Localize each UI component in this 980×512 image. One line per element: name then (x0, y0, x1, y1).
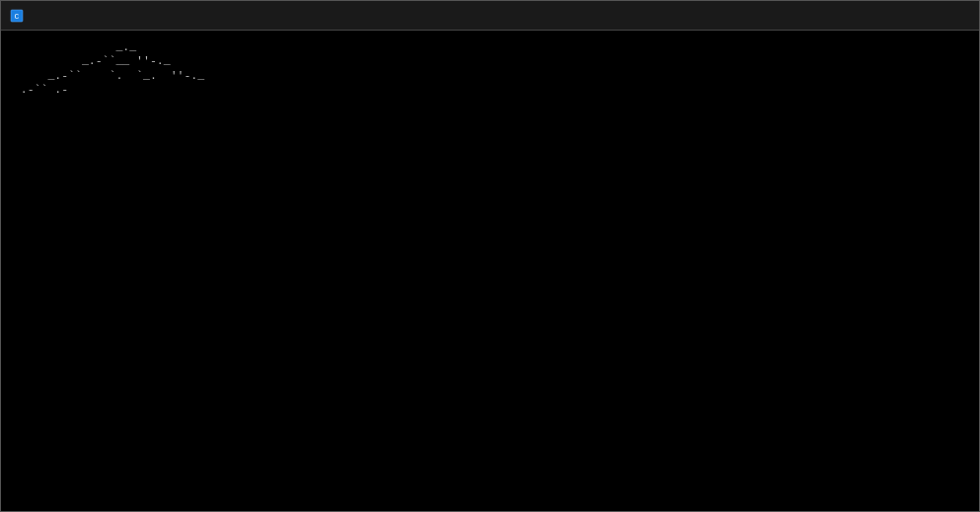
title-bar: C (1, 1, 979, 31)
window: C _._ _.-``__ ''-._ (0, 0, 980, 512)
redis-logo-ascii: _._ _.-``__ ''-._ _.-`` `. `_. ''-._ .-`… (7, 40, 477, 98)
close-button[interactable] (934, 1, 979, 31)
ascii-art-section: _._ _.-``__ ''-._ _.-`` `. `_. ''-._ .-`… (7, 40, 973, 98)
app-icon: C (9, 8, 25, 24)
maximize-button[interactable] (888, 1, 934, 31)
minimize-button[interactable] (843, 1, 888, 31)
terminal-content: _._ _.-``__ ''-._ _.-`` `. `_. ''-._ .-`… (1, 31, 979, 511)
svg-text:C: C (15, 12, 20, 21)
window-controls (843, 1, 979, 31)
